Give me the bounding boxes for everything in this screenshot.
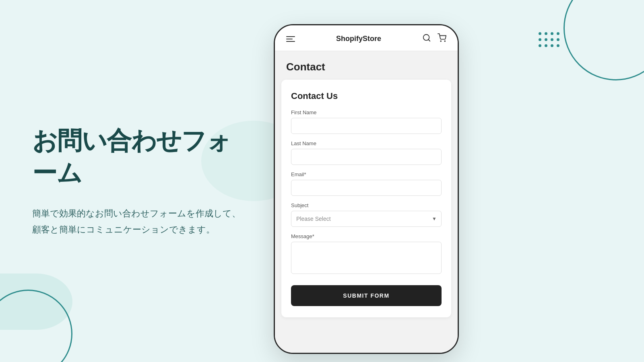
phone-mockup: ShopifyStore Contact: [274, 24, 459, 354]
nav-icons: [422, 33, 446, 44]
page-header: Contact: [275, 51, 458, 80]
sub-text: 簡単で効果的なお問い合わせフォームを作成して、顧客と簡単にコミュニケーションでき…: [32, 206, 242, 237]
submit-button[interactable]: SUBMIT FORM: [291, 285, 442, 306]
subject-select[interactable]: Please Select Order Inquiry Return Other: [291, 211, 442, 227]
contact-form-card: Contact Us First Name Last Name Email* S…: [281, 80, 451, 317]
last-name-label: Last Name: [291, 140, 442, 146]
subject-group: Subject Please Select Order Inquiry Retu…: [291, 202, 442, 227]
last-name-input[interactable]: [291, 149, 442, 165]
phone-navbar: ShopifyStore: [275, 25, 458, 51]
subject-select-wrapper: Please Select Order Inquiry Return Other…: [291, 211, 442, 227]
menu-icon[interactable]: [286, 36, 295, 42]
dot: [557, 38, 559, 41]
svg-point-2: [440, 41, 441, 41]
dot: [545, 38, 547, 41]
first-name-input[interactable]: [291, 118, 442, 134]
form-title: Contact Us: [291, 91, 442, 101]
phone-content: Contact Contact Us First Name Last Name …: [275, 51, 458, 353]
search-icon[interactable]: [422, 33, 431, 44]
last-name-group: Last Name: [291, 140, 442, 165]
dot: [557, 32, 559, 35]
store-logo: ShopifyStore: [336, 35, 381, 43]
bg-circle-top-right: [564, 0, 644, 80]
phone-frame: ShopifyStore Contact: [274, 24, 459, 354]
dot: [539, 38, 541, 41]
dot: [551, 44, 553, 47]
email-group: Email*: [291, 171, 442, 196]
email-input[interactable]: [291, 180, 442, 196]
message-group: Message*: [291, 233, 442, 276]
dot: [539, 44, 541, 47]
svg-point-3: [444, 41, 445, 41]
subject-label: Subject: [291, 202, 442, 208]
dot: [539, 32, 541, 35]
dot: [545, 44, 547, 47]
first-name-label: First Name: [291, 109, 442, 115]
left-section: お問い合わせフォーム 簡単で効果的なお問い合わせフォームを作成して、顧客と簡単に…: [0, 0, 274, 362]
dot: [551, 38, 553, 41]
dot: [557, 44, 559, 47]
first-name-group: First Name: [291, 109, 442, 134]
dot: [551, 32, 553, 35]
dots-grid: [539, 32, 559, 47]
main-title: お問い合わせフォーム: [32, 125, 242, 189]
svg-line-1: [428, 39, 430, 41]
email-label: Email*: [291, 171, 442, 177]
message-textarea[interactable]: [291, 242, 442, 274]
message-label: Message*: [291, 233, 442, 239]
page-title: Contact: [286, 61, 446, 73]
dot: [545, 32, 547, 35]
cart-icon[interactable]: [438, 33, 446, 44]
